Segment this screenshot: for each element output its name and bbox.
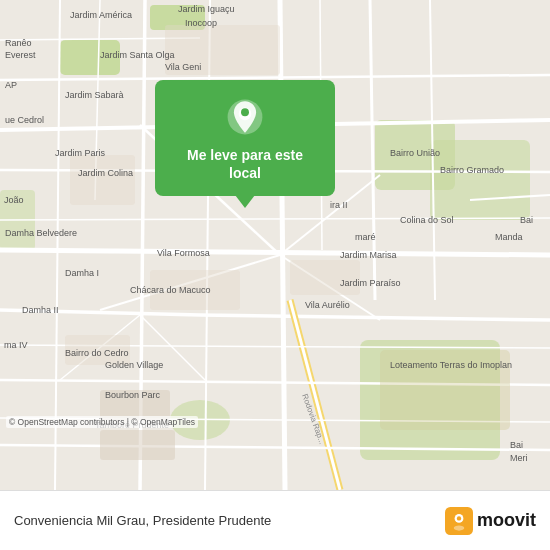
neighborhood-label: ma IV bbox=[4, 340, 28, 350]
neighborhood-label: Golden Village bbox=[105, 360, 163, 370]
svg-line-35 bbox=[140, 315, 205, 380]
neighborhood-label: ue Cedrol bbox=[5, 115, 44, 125]
neighborhood-label: Inocoop bbox=[185, 18, 217, 28]
neighborhood-label: Bai bbox=[510, 440, 523, 450]
bottom-bar: Conveniencia Mil Grau, Presidente Pruden… bbox=[0, 490, 550, 550]
neighborhood-label: Bairro Gramado bbox=[440, 165, 504, 175]
svg-rect-37 bbox=[70, 155, 135, 205]
neighborhood-label: Damha I bbox=[65, 268, 99, 278]
neighborhood-label: Damha II bbox=[22, 305, 59, 315]
moovit-icon bbox=[445, 507, 473, 535]
neighborhood-label: Bairro do Cedro bbox=[65, 348, 129, 358]
svg-point-47 bbox=[241, 108, 249, 116]
svg-point-50 bbox=[457, 516, 461, 520]
map-container: Rodovia Rap... Jardim AméricaJardim Igua… bbox=[0, 0, 550, 490]
neighborhood-label: Colina do Sol bbox=[400, 215, 454, 225]
neighborhood-label: Vila Aurélio bbox=[305, 300, 350, 310]
svg-rect-42 bbox=[100, 430, 175, 460]
place-name: Conveniencia Mil Grau, Presidente Pruden… bbox=[14, 513, 271, 528]
neighborhood-label: Chácara do Macuco bbox=[130, 285, 211, 295]
neighborhood-label: Jardim Colina bbox=[78, 168, 133, 178]
neighborhood-label: Meri bbox=[510, 453, 528, 463]
neighborhood-label: Jardim Iguaçu bbox=[178, 4, 235, 14]
neighborhood-label: AP bbox=[5, 80, 17, 90]
svg-line-15 bbox=[290, 300, 340, 490]
neighborhood-label: Loteamento Terras do Imoplan bbox=[390, 360, 512, 370]
svg-rect-3 bbox=[430, 140, 530, 220]
neighborhood-label: Jardim Paraíso bbox=[340, 278, 401, 288]
map-attribution: © OpenStreetMap contributors | © OpenMap… bbox=[6, 416, 198, 428]
neighborhood-label: Vila Geni bbox=[165, 62, 201, 72]
neighborhood-label: Damha Belvedere bbox=[5, 228, 77, 238]
neighborhood-label: ira II bbox=[330, 200, 348, 210]
neighborhood-label: Bourbon Parc bbox=[105, 390, 160, 400]
neighborhood-label: maré bbox=[355, 232, 376, 242]
neighborhood-label: Bai bbox=[520, 215, 533, 225]
popup-label: Me leve para este local bbox=[171, 146, 319, 182]
neighborhood-label: João bbox=[4, 195, 24, 205]
neighborhood-label: Everest bbox=[5, 50, 36, 60]
neighborhood-label: Manda bbox=[495, 232, 523, 242]
neighborhood-label: Jardim Santa Olga bbox=[100, 50, 175, 60]
neighborhood-label: Ranêo bbox=[5, 38, 32, 48]
neighborhood-label: Jardim Sabarà bbox=[65, 90, 124, 100]
neighborhood-label: Jardim Marisa bbox=[340, 250, 397, 260]
popup-card[interactable]: Me leve para este local bbox=[155, 80, 335, 196]
svg-point-51 bbox=[454, 525, 465, 530]
neighborhood-label: Jardim Paris bbox=[55, 148, 105, 158]
svg-line-11 bbox=[280, 0, 285, 490]
moovit-text: moovit bbox=[477, 510, 536, 531]
neighborhood-label: Vila Formosa bbox=[157, 248, 210, 258]
neighborhood-label: Jardim América bbox=[70, 10, 132, 20]
location-pin-icon bbox=[226, 98, 264, 136]
neighborhood-label: Bairro União bbox=[390, 148, 440, 158]
moovit-logo: moovit bbox=[445, 507, 536, 535]
